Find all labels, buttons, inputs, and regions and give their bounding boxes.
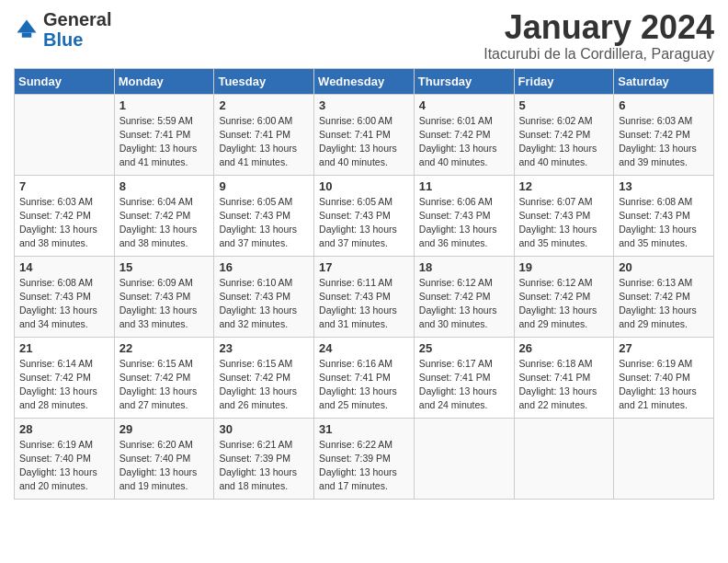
calendar-cell [614,418,714,499]
weekday-header-thursday: Thursday [414,68,514,94]
day-number: 19 [519,260,609,274]
day-info: Sunrise: 6:21 AM Sunset: 7:39 PM Dayligh… [219,438,309,494]
calendar-cell: 24Sunrise: 6:16 AM Sunset: 7:41 PM Dayli… [314,337,415,418]
calendar-week-row: 1Sunrise: 5:59 AM Sunset: 7:41 PM Daylig… [15,94,714,175]
title-block: January 2024 Itacurubi de la Cordillera,… [483,9,714,63]
day-number: 24 [319,341,409,355]
day-info: Sunrise: 6:15 AM Sunset: 7:42 PM Dayligh… [219,357,309,413]
day-number: 15 [119,260,210,274]
calendar-title: January 2024 [483,9,714,46]
day-info: Sunrise: 6:08 AM Sunset: 7:43 PM Dayligh… [19,276,109,332]
day-number: 23 [219,341,309,355]
day-number: 18 [419,260,509,274]
calendar-cell: 26Sunrise: 6:18 AM Sunset: 7:41 PM Dayli… [514,337,614,418]
day-number: 9 [219,179,309,193]
calendar-cell [15,94,115,175]
day-number: 3 [319,98,409,112]
weekday-header-friday: Friday [514,68,614,94]
calendar-cell: 18Sunrise: 6:12 AM Sunset: 7:42 PM Dayli… [414,256,514,337]
day-info: Sunrise: 6:12 AM Sunset: 7:42 PM Dayligh… [519,276,609,332]
day-info: Sunrise: 6:16 AM Sunset: 7:41 PM Dayligh… [319,357,409,413]
day-number: 13 [619,179,709,193]
calendar-cell: 8Sunrise: 6:04 AM Sunset: 7:42 PM Daylig… [114,175,214,256]
calendar-cell: 1Sunrise: 5:59 AM Sunset: 7:41 PM Daylig… [114,94,214,175]
calendar-cell: 9Sunrise: 6:05 AM Sunset: 7:43 PM Daylig… [214,175,314,256]
day-info: Sunrise: 6:17 AM Sunset: 7:41 PM Dayligh… [419,357,509,413]
calendar-cell: 29Sunrise: 6:20 AM Sunset: 7:40 PM Dayli… [114,418,214,499]
day-number: 17 [319,260,409,274]
weekday-header-monday: Monday [114,68,214,94]
calendar-cell: 11Sunrise: 6:06 AM Sunset: 7:43 PM Dayli… [414,175,514,256]
calendar-cell: 5Sunrise: 6:02 AM Sunset: 7:42 PM Daylig… [514,94,614,175]
day-number: 25 [419,341,509,355]
calendar-cell: 15Sunrise: 6:09 AM Sunset: 7:43 PM Dayli… [114,256,214,337]
day-number: 26 [519,341,609,355]
page-header: General Blue January 2024 Itacurubi de l… [14,9,714,63]
day-info: Sunrise: 6:00 AM Sunset: 7:41 PM Dayligh… [219,114,309,170]
calendar-body: 1Sunrise: 5:59 AM Sunset: 7:41 PM Daylig… [15,94,714,499]
weekday-header-wednesday: Wednesday [314,68,415,94]
day-number: 7 [19,179,109,193]
calendar-cell: 19Sunrise: 6:12 AM Sunset: 7:42 PM Dayli… [514,256,614,337]
calendar-cell [414,418,514,499]
day-info: Sunrise: 6:08 AM Sunset: 7:43 PM Dayligh… [619,195,709,251]
day-number: 20 [619,260,709,274]
day-info: Sunrise: 6:19 AM Sunset: 7:40 PM Dayligh… [19,438,109,494]
calendar-cell: 16Sunrise: 6:10 AM Sunset: 7:43 PM Dayli… [214,256,314,337]
calendar-cell: 25Sunrise: 6:17 AM Sunset: 7:41 PM Dayli… [414,337,514,418]
weekday-header-row: SundayMondayTuesdayWednesdayThursdayFrid… [15,68,714,94]
day-number: 12 [519,179,609,193]
day-number: 5 [519,98,609,112]
day-number: 4 [419,98,509,112]
day-info: Sunrise: 6:00 AM Sunset: 7:41 PM Dayligh… [319,114,409,170]
day-info: Sunrise: 6:19 AM Sunset: 7:40 PM Dayligh… [619,357,709,413]
day-number: 2 [219,98,309,112]
logo-text: General Blue [43,9,111,50]
day-info: Sunrise: 6:14 AM Sunset: 7:42 PM Dayligh… [19,357,109,413]
svg-rect-1 [22,33,32,38]
day-number: 14 [19,260,109,274]
calendar-subtitle: Itacurubi de la Cordillera, Paraguay [483,46,714,63]
day-info: Sunrise: 6:20 AM Sunset: 7:40 PM Dayligh… [119,438,210,494]
calendar-cell: 2Sunrise: 6:00 AM Sunset: 7:41 PM Daylig… [214,94,314,175]
day-number: 8 [119,179,210,193]
calendar-cell: 23Sunrise: 6:15 AM Sunset: 7:42 PM Dayli… [214,337,314,418]
calendar-cell: 20Sunrise: 6:13 AM Sunset: 7:42 PM Dayli… [614,256,714,337]
day-number: 27 [619,341,709,355]
logo-blue-text: Blue [43,29,83,50]
calendar-cell: 28Sunrise: 6:19 AM Sunset: 7:40 PM Dayli… [15,418,115,499]
day-info: Sunrise: 6:07 AM Sunset: 7:43 PM Dayligh… [519,195,609,251]
day-info: Sunrise: 6:06 AM Sunset: 7:43 PM Dayligh… [419,195,509,251]
day-info: Sunrise: 6:15 AM Sunset: 7:42 PM Dayligh… [119,357,210,413]
day-number: 30 [219,422,309,436]
calendar-table: SundayMondayTuesdayWednesdayThursdayFrid… [14,68,714,500]
day-info: Sunrise: 6:05 AM Sunset: 7:43 PM Dayligh… [219,195,309,251]
logo-general-text: General [43,9,111,29]
calendar-week-row: 21Sunrise: 6:14 AM Sunset: 7:42 PM Dayli… [15,337,714,418]
day-number: 28 [19,422,109,436]
day-info: Sunrise: 6:13 AM Sunset: 7:42 PM Dayligh… [619,276,709,332]
day-number: 11 [419,179,509,193]
day-info: Sunrise: 6:03 AM Sunset: 7:42 PM Dayligh… [619,114,709,170]
calendar-cell: 3Sunrise: 6:00 AM Sunset: 7:41 PM Daylig… [314,94,415,175]
day-number: 1 [119,98,210,112]
calendar-week-row: 7Sunrise: 6:03 AM Sunset: 7:42 PM Daylig… [15,175,714,256]
day-info: Sunrise: 6:11 AM Sunset: 7:43 PM Dayligh… [319,276,409,332]
day-info: Sunrise: 6:12 AM Sunset: 7:42 PM Dayligh… [419,276,509,332]
day-info: Sunrise: 6:22 AM Sunset: 7:39 PM Dayligh… [319,438,409,494]
day-number: 10 [319,179,409,193]
day-info: Sunrise: 5:59 AM Sunset: 7:41 PM Dayligh… [119,114,210,170]
calendar-cell: 30Sunrise: 6:21 AM Sunset: 7:39 PM Dayli… [214,418,314,499]
day-info: Sunrise: 6:04 AM Sunset: 7:42 PM Dayligh… [119,195,210,251]
weekday-header-sunday: Sunday [15,68,115,94]
calendar-week-row: 28Sunrise: 6:19 AM Sunset: 7:40 PM Dayli… [15,418,714,499]
logo-icon [14,17,40,42]
calendar-week-row: 14Sunrise: 6:08 AM Sunset: 7:43 PM Dayli… [15,256,714,337]
day-info: Sunrise: 6:01 AM Sunset: 7:42 PM Dayligh… [419,114,509,170]
logo: General Blue [14,9,111,50]
day-number: 22 [119,341,210,355]
calendar-cell [514,418,614,499]
calendar-cell: 31Sunrise: 6:22 AM Sunset: 7:39 PM Dayli… [314,418,415,499]
calendar-cell: 10Sunrise: 6:05 AM Sunset: 7:43 PM Dayli… [314,175,415,256]
day-info: Sunrise: 6:02 AM Sunset: 7:42 PM Dayligh… [519,114,609,170]
